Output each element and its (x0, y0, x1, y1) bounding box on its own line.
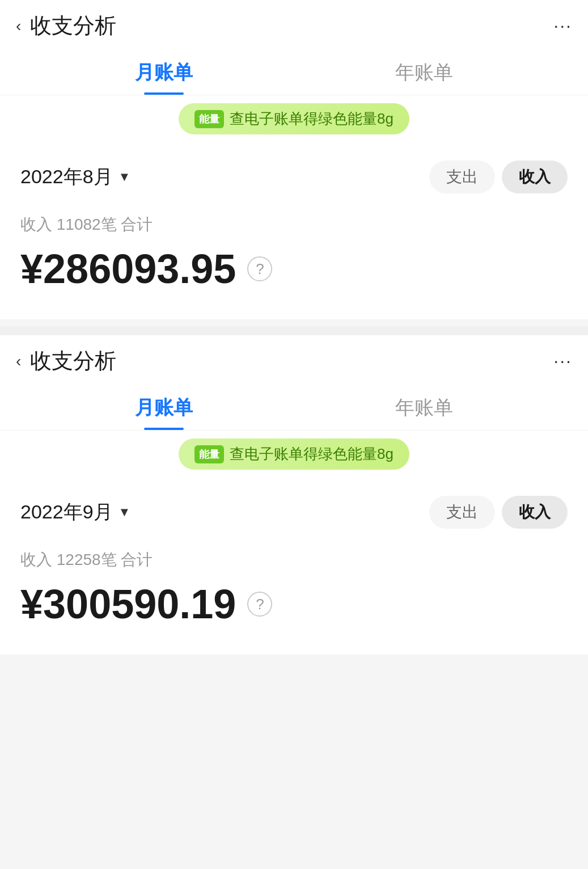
more-icon-2[interactable]: ··· (553, 351, 572, 372)
summary-amount-1: ¥286093.95 (20, 246, 236, 292)
header-1: ‹ 收支分析 ··· (0, 0, 588, 49)
summary-1: 收入 11082笔 合计 ¥286093.95 ? (0, 205, 588, 319)
summary-2: 收入 12258笔 合计 ¥300590.19 ? (0, 540, 588, 655)
month-label-1: 2022年8月 (20, 164, 113, 190)
page-title-1: 收支分析 (30, 11, 116, 40)
help-icon-2[interactable]: ? (247, 592, 272, 617)
energy-inner-2: 能量 查电子账单得绿色能量8g (179, 438, 409, 470)
page-title-2: 收支分析 (30, 347, 116, 376)
tab-yearly-1[interactable]: 年账单 (294, 49, 555, 95)
expense-button-1[interactable]: 支出 (429, 161, 495, 193)
energy-banner-2[interactable]: 能量 查电子账单得绿色能量8g (0, 431, 588, 478)
month-row-2: 2022年9月 ▼ 支出 收入 (0, 478, 588, 540)
back-icon-2[interactable]: ‹ (16, 352, 21, 370)
help-icon-1[interactable]: ? (247, 256, 272, 281)
type-buttons-2: 支出 收入 (429, 496, 568, 529)
header-left-1: ‹ 收支分析 (16, 11, 116, 40)
tab-monthly-2[interactable]: 月账单 (34, 385, 294, 430)
energy-text-1: 查电子账单得绿色能量8g (230, 109, 394, 129)
type-buttons-1: 支出 收入 (429, 161, 568, 193)
panel-2: ‹ 收支分析 ··· 月账单 年账单 能量 查电子账单得绿色能量8g 2022年… (0, 335, 588, 655)
energy-banner-1[interactable]: 能量 查电子账单得绿色能量8g (0, 95, 588, 142)
income-button-1[interactable]: 收入 (502, 161, 568, 193)
tabs-1: 月账单 年账单 (0, 49, 588, 95)
header-left-2: ‹ 收支分析 (16, 347, 116, 376)
summary-amount-2: ¥300590.19 (20, 581, 236, 627)
energy-badge-1: 能量 (194, 110, 224, 128)
month-row-1: 2022年8月 ▼ 支出 收入 (0, 142, 588, 205)
expense-button-2[interactable]: 支出 (429, 496, 495, 529)
summary-amount-row-1: ¥286093.95 ? (20, 246, 568, 292)
energy-text-2: 查电子账单得绿色能量8g (230, 444, 394, 464)
panel-divider (0, 326, 588, 335)
back-icon-1[interactable]: ‹ (16, 17, 21, 35)
summary-label-1: 收入 11082笔 合计 (20, 214, 568, 235)
tab-yearly-2[interactable]: 年账单 (294, 385, 555, 430)
month-selector-1[interactable]: 2022年8月 ▼ (20, 164, 130, 190)
header-2: ‹ 收支分析 ··· (0, 335, 588, 385)
income-button-2[interactable]: 收入 (502, 496, 568, 529)
panel-1: ‹ 收支分析 ··· 月账单 年账单 能量 查电子账单得绿色能量8g 2022年… (0, 0, 588, 319)
energy-inner-1: 能量 查电子账单得绿色能量8g (179, 103, 409, 134)
summary-amount-row-2: ¥300590.19 ? (20, 581, 568, 627)
chevron-down-icon-2: ▼ (119, 505, 131, 520)
month-label-2: 2022年9月 (20, 499, 113, 525)
energy-badge-2: 能量 (194, 445, 224, 463)
tab-monthly-1[interactable]: 月账单 (34, 49, 294, 95)
chevron-down-icon-1: ▼ (119, 170, 131, 184)
tabs-2: 月账单 年账单 (0, 385, 588, 431)
month-selector-2[interactable]: 2022年9月 ▼ (20, 499, 130, 525)
more-icon-1[interactable]: ··· (553, 15, 572, 36)
summary-label-2: 收入 12258笔 合计 (20, 549, 568, 571)
